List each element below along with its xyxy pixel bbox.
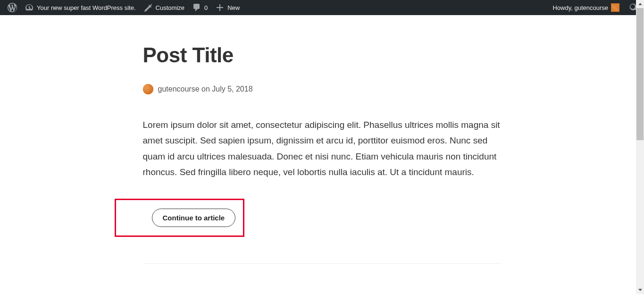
- author-link[interactable]: gutencourse: [158, 85, 200, 93]
- plus-icon: [215, 3, 225, 12]
- post-divider: [143, 263, 502, 264]
- scrollbar-thumb[interactable]: [636, 8, 644, 140]
- site-name-label: Your new super fast WordPress site.: [37, 4, 136, 11]
- comments-icon: [192, 3, 201, 12]
- account-menu[interactable]: Howdy, gutencourse: [549, 0, 623, 15]
- highlight-annotation: Continue to article: [115, 199, 245, 237]
- comments-count: 0: [204, 4, 208, 11]
- post-article: Post Title gutencourse on July 5, 2018 L…: [143, 43, 502, 264]
- scrollbar[interactable]: [636, 0, 644, 294]
- howdy-label: Howdy, gutencourse: [552, 4, 608, 11]
- wordpress-icon: [8, 3, 17, 12]
- new-label: New: [227, 4, 240, 11]
- content-area: Post Title gutencourse on July 5, 2018 L…: [0, 15, 644, 264]
- customize-icon: [143, 3, 153, 12]
- post-title: Post Title: [143, 43, 502, 67]
- post-excerpt: Lorem ipsum dolor sit amet, consectetur …: [143, 117, 502, 180]
- scrollbar-down-button[interactable]: [636, 286, 644, 294]
- comments-menu[interactable]: 0: [188, 0, 211, 15]
- wordpress-logo-menu[interactable]: [4, 0, 21, 15]
- author-avatar: [143, 84, 153, 94]
- admin-bar-right: Howdy, gutencourse: [549, 0, 640, 15]
- customize-label: Customize: [156, 4, 184, 11]
- admin-bar: Your new super fast WordPress site. Cust…: [0, 0, 644, 15]
- customize-menu[interactable]: Customize: [140, 0, 188, 15]
- admin-bar-left: Your new super fast WordPress site. Cust…: [4, 0, 243, 15]
- continue-reading-button[interactable]: Continue to article: [152, 209, 236, 227]
- scrollbar-up-button[interactable]: [636, 0, 644, 8]
- post-date[interactable]: July 5, 2018: [212, 85, 252, 93]
- new-content-menu[interactable]: New: [211, 0, 243, 15]
- post-byline: gutencourse on July 5, 2018: [158, 85, 253, 93]
- site-name-menu[interactable]: Your new super fast WordPress site.: [21, 0, 140, 15]
- avatar: [611, 3, 619, 12]
- post-meta: gutencourse on July 5, 2018: [143, 84, 502, 94]
- dashboard-icon: [25, 3, 34, 12]
- meta-on: on: [201, 85, 210, 93]
